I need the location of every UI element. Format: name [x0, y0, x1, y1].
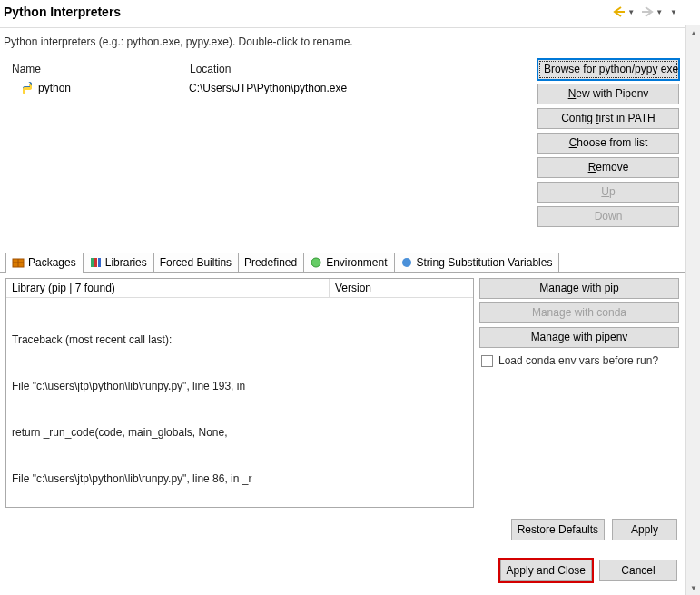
svg-point-7	[402, 258, 411, 267]
page-title: Python Interpreters	[4, 5, 121, 19]
apply-button[interactable]: Apply	[612, 519, 677, 540]
libraries-icon	[89, 256, 102, 269]
column-header-name[interactable]: Name	[5, 59, 183, 79]
column-header-library[interactable]: Library (pip | 7 found)	[6, 279, 330, 297]
tab-label: Environment	[326, 256, 387, 269]
back-arrow-icon[interactable]: ▼	[610, 4, 636, 20]
column-header-version[interactable]: Version	[330, 279, 473, 297]
down-button: Down	[537, 206, 679, 227]
table-row[interactable]: python C:\Users\JTP\Python\python.exe	[5, 79, 532, 97]
load-conda-checkbox-row[interactable]: Load conda env vars before run?	[479, 352, 679, 370]
forward-arrow-icon[interactable]: ▼	[638, 4, 665, 20]
tab-label: String Substitution Variables	[417, 256, 553, 269]
svg-rect-5	[98, 258, 101, 267]
nav-history: ▼ ▼ ▼	[610, 4, 677, 20]
column-header-location[interactable]: Location	[183, 59, 532, 79]
view-menu-dropdown-icon[interactable]: ▼	[670, 8, 677, 16]
forward-dropdown-icon[interactable]: ▼	[656, 8, 663, 16]
remove-button[interactable]: Remove	[537, 157, 679, 178]
checkbox-label: Load conda env vars before run?	[498, 354, 658, 367]
browse-button[interactable]: Browse for python/pypy exe	[537, 59, 679, 80]
tab-label: Packages	[28, 256, 76, 269]
tab-libraries[interactable]: Libraries	[83, 253, 154, 272]
scroll-up-icon[interactable]: ▲	[686, 25, 700, 40]
tab-forced-builtins[interactable]: Forced Builtins	[153, 253, 239, 272]
svg-point-6	[311, 258, 320, 267]
interpreters-table[interactable]: Name Location python C:\Users\JTP\Python…	[5, 59, 532, 250]
interpreter-location: C:\Users\JTP\Python\python.exe	[183, 82, 532, 94]
python-icon	[20, 81, 35, 95]
config-first-in-path-button[interactable]: Config first in PATH	[537, 108, 679, 129]
svg-rect-3	[91, 258, 94, 267]
back-dropdown-icon[interactable]: ▼	[627, 8, 635, 16]
manage-with-pipenv-button[interactable]: Manage with pipenv	[479, 327, 679, 348]
choose-from-list-button[interactable]: Choose from list	[537, 133, 679, 154]
tab-packages[interactable]: Packages	[5, 253, 84, 273]
tab-label: Libraries	[105, 256, 147, 269]
manage-with-pip-button[interactable]: Manage with pip	[479, 278, 679, 299]
cancel-button[interactable]: Cancel	[599, 560, 677, 581]
tab-label: Forced Builtins	[160, 256, 232, 269]
apply-and-close-button[interactable]: Apply and Close	[500, 560, 592, 581]
tabs-bar: Packages Libraries Forced Builtins Prede…	[0, 252, 685, 273]
tab-string-substitution[interactable]: String Substitution Variables	[394, 253, 560, 272]
description-text: Python interpreters (e.g.: python.exe, p…	[0, 32, 685, 57]
up-button: Up	[537, 182, 679, 203]
scroll-down-icon[interactable]: ▼	[686, 580, 700, 595]
manage-with-conda-button: Manage with conda	[479, 302, 679, 323]
environment-icon	[310, 256, 322, 269]
string-sub-icon	[400, 256, 413, 269]
packages-panel[interactable]: Library (pip | 7 found) Version Tracebac…	[5, 278, 474, 508]
svg-rect-4	[94, 258, 97, 267]
packages-icon	[12, 256, 25, 269]
interpreter-name: python	[38, 82, 71, 94]
tab-environment[interactable]: Environment	[303, 253, 394, 272]
restore-defaults-button[interactable]: Restore Defaults	[511, 519, 605, 540]
packages-traceback: Traceback (most recent call last): File …	[6, 298, 473, 507]
vertical-scrollbar[interactable]: ▲ ▼	[685, 25, 700, 595]
tab-predefined[interactable]: Predefined	[238, 253, 304, 272]
tab-label: Predefined	[244, 256, 297, 269]
checkbox-icon[interactable]	[481, 355, 493, 367]
new-with-pipenv-button[interactable]: New with Pipenv	[537, 84, 679, 104]
